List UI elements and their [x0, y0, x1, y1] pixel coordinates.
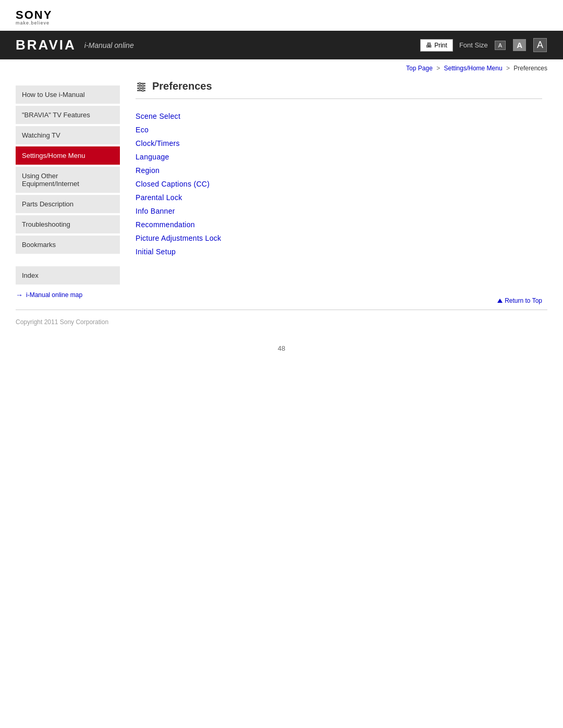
breadcrumb-sep2: >: [506, 65, 510, 72]
logo-area: SONY make.believe: [0, 0, 563, 31]
sony-brand: SONY: [16, 9, 547, 21]
svg-rect-3: [137, 90, 145, 91]
banner-subtitle: i-Manual online: [84, 41, 134, 50]
link-info-banner[interactable]: Info Banner: [136, 204, 542, 218]
link-closed-captions[interactable]: Closed Captions (CC): [136, 177, 542, 191]
print-icon: 🖶: [426, 42, 432, 49]
map-link-label: i-Manual online map: [26, 291, 82, 299]
sidebar-item-parts-description[interactable]: Parts Description: [16, 195, 120, 213]
breadcrumb-top-page[interactable]: Top Page: [406, 65, 433, 72]
content-wrapper: Preferences Scene Select Eco Clock/Timer…: [125, 75, 563, 310]
breadcrumb-sep1: >: [436, 65, 440, 72]
sidebar-item-bravia-tv-features[interactable]: "BRAVIA" TV Features: [16, 106, 120, 124]
link-language[interactable]: Language: [136, 150, 542, 164]
return-top-label: Return to Top: [505, 297, 542, 304]
svg-rect-2: [137, 88, 145, 89]
sidebar-item-troubleshooting[interactable]: Troubleshooting: [16, 215, 120, 233]
svg-point-7: [142, 89, 144, 91]
print-button[interactable]: 🖶 Print: [420, 39, 453, 52]
imanual-map-link[interactable]: → i-Manual online map: [16, 285, 125, 299]
page-title: Preferences: [152, 80, 212, 92]
sidebar-item-using-other[interactable]: Using Other Equipment/Internet: [16, 167, 120, 193]
breadcrumb-settings[interactable]: Settings/Home Menu: [444, 65, 503, 72]
sony-logo: SONY make.believe: [16, 9, 547, 26]
main-container: How to Use i-Manual "BRAVIA" TV Features…: [0, 75, 563, 310]
link-scene-select[interactable]: Scene Select: [136, 109, 542, 123]
svg-rect-0: [137, 83, 145, 84]
svg-point-6: [139, 87, 141, 89]
link-clock-timers[interactable]: Clock/Timers: [136, 137, 542, 150]
sidebar-divider: [16, 256, 125, 261]
sony-tagline: make.believe: [16, 21, 547, 26]
sidebar-item-settings-home-menu[interactable]: Settings/Home Menu: [16, 146, 120, 165]
sidebar: How to Use i-Manual "BRAVIA" TV Features…: [0, 75, 125, 310]
banner-right: 🖶 Print Font Size A A A: [420, 38, 547, 52]
font-size-small-button[interactable]: A: [495, 41, 506, 50]
page-number: 48: [0, 334, 563, 357]
bravia-banner: BRAVIA i-Manual online 🖶 Print Font Size…: [0, 31, 563, 59]
font-size-large-button[interactable]: A: [533, 38, 547, 52]
svg-rect-1: [137, 85, 145, 87]
font-size-label: Font Size: [459, 41, 488, 49]
font-size-medium-button[interactable]: A: [513, 39, 526, 51]
return-to-top-link[interactable]: Return to Top: [497, 297, 542, 304]
breadcrumb-current: Preferences: [513, 65, 547, 72]
svg-point-4: [139, 82, 141, 84]
bravia-logo: BRAVIA: [16, 37, 76, 53]
footer: Copyright 2011 Sony Corporation: [0, 310, 563, 334]
return-top-bar: Return to Top: [125, 286, 563, 310]
page-title-section: Preferences: [136, 80, 542, 99]
content-area: Preferences Scene Select Eco Clock/Timer…: [125, 75, 563, 286]
breadcrumb: Top Page > Settings/Home Menu > Preferen…: [0, 59, 563, 75]
link-recommendation[interactable]: Recommendation: [136, 218, 542, 231]
print-label: Print: [434, 42, 447, 49]
preferences-icon: [136, 81, 147, 92]
link-region[interactable]: Region: [136, 164, 542, 177]
link-initial-setup[interactable]: Initial Setup: [136, 245, 542, 258]
banner-left: BRAVIA i-Manual online: [16, 37, 134, 53]
triangle-up-icon: [497, 299, 503, 303]
link-parental-lock[interactable]: Parental Lock: [136, 191, 542, 204]
arrow-right-icon: →: [16, 291, 23, 299]
sidebar-item-watching-tv[interactable]: Watching TV: [16, 126, 120, 144]
link-eco[interactable]: Eco: [136, 123, 542, 137]
link-picture-adjustments-lock[interactable]: Picture Adjustments Lock: [136, 231, 542, 245]
copyright-text: Copyright 2011 Sony Corporation: [16, 318, 108, 326]
svg-point-5: [142, 84, 144, 87]
sidebar-item-how-to-use[interactable]: How to Use i-Manual: [16, 85, 120, 104]
sidebar-item-index[interactable]: Index: [16, 266, 120, 285]
sidebar-item-bookmarks[interactable]: Bookmarks: [16, 236, 120, 254]
